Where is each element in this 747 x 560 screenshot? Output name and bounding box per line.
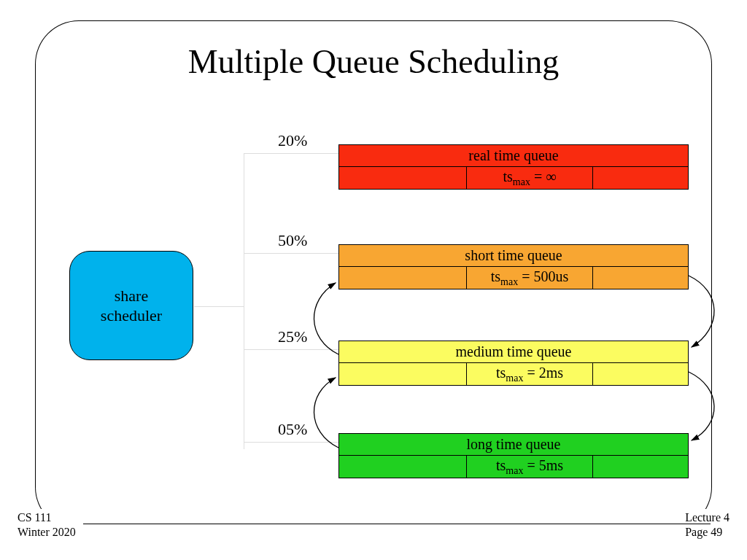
queue-cell-empty-right — [593, 363, 688, 385]
pct-label-2: 50% — [278, 231, 307, 250]
queue-3: long time queuetsmax = 5ms — [338, 433, 689, 478]
queue-2: medium time queuetsmax = 2ms — [338, 341, 689, 386]
pct-label-1: 20% — [278, 131, 307, 150]
queue-row: tsmax = 2ms — [339, 363, 688, 385]
queue-cell-empty-left — [339, 363, 467, 385]
connector-tree: 20% 50% 25% 05% — [194, 153, 340, 449]
pct-label-4: 05% — [278, 420, 307, 439]
queue-1: short time queuetsmax = 500us — [338, 244, 689, 289]
connector-branch-1 — [244, 153, 338, 154]
queue-title: long time queue — [339, 434, 688, 456]
queue-cell-empty-left — [339, 456, 467, 478]
footer-right: Lecture 4 Page 49 — [685, 510, 729, 540]
course-code: CS 111 — [18, 511, 51, 524]
connector-branch-4 — [244, 442, 338, 443]
footer-left: CS 111 Winter 2020 — [18, 510, 76, 540]
frame-bottom-line — [83, 524, 711, 524]
queue-row: tsmax = ∞ — [339, 167, 688, 189]
connector-branch-2 — [244, 253, 338, 254]
queue-row: tsmax = 5ms — [339, 456, 688, 478]
frame-bottom-mask — [22, 509, 725, 560]
page-number: Page 49 — [685, 526, 722, 538]
scheduler-label-line2: scheduler — [101, 306, 162, 324]
queue-title: real time queue — [339, 145, 688, 167]
queue-cell-ts: tsmax = ∞ — [467, 167, 593, 189]
queue-title: short time queue — [339, 245, 688, 267]
connector-main — [194, 306, 244, 307]
connector-vertical — [244, 153, 244, 449]
lecture-number: Lecture 4 — [685, 511, 729, 524]
pct-label-3: 25% — [278, 327, 307, 346]
share-scheduler-box: share scheduler — [69, 251, 193, 360]
queue-title: medium time queue — [339, 341, 688, 363]
queue-0: real time queuetsmax = ∞ — [338, 144, 689, 190]
queue-cell-ts: tsmax = 500us — [467, 267, 593, 289]
queue-cell-empty-right — [593, 167, 688, 189]
queue-cell-ts: tsmax = 2ms — [467, 363, 593, 385]
queue-row: tsmax = 500us — [339, 267, 688, 289]
queue-cell-empty-right — [593, 456, 688, 478]
queue-cell-ts: tsmax = 5ms — [467, 456, 593, 478]
scheduler-label-line1: share — [115, 287, 148, 305]
slide-title: Multiple Queue Scheduling — [0, 42, 747, 81]
queue-cell-empty-left — [339, 267, 467, 289]
queue-cell-empty-left — [339, 167, 467, 189]
term: Winter 2020 — [18, 526, 76, 538]
connector-branch-3 — [244, 349, 338, 350]
queue-cell-empty-right — [593, 267, 688, 289]
